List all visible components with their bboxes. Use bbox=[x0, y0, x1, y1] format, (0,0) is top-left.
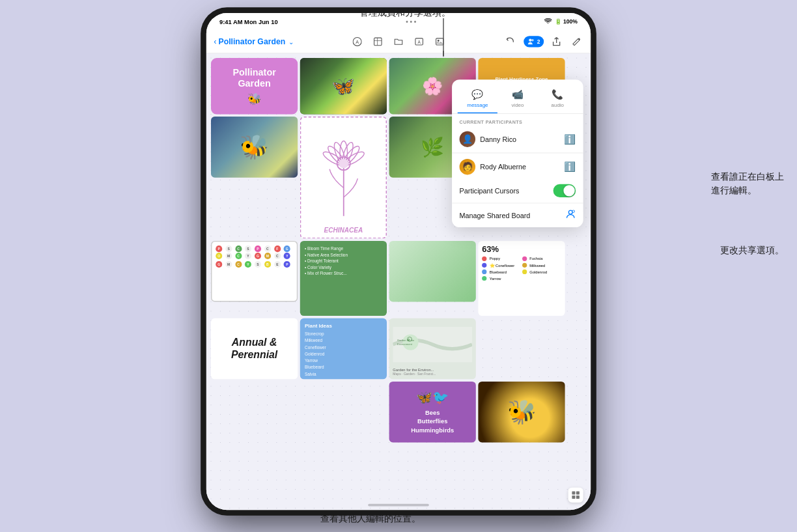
alphabet-card: P S C S P C F G O M C Y G M C bbox=[211, 241, 298, 302]
annual-perennial-card: Annual & Perennial bbox=[211, 318, 298, 380]
toolbar-right-actions: 2 bbox=[460, 35, 583, 49]
screenshot-wrapper: 9:41 AM Mon Jun 10 • • • 🔋 100% ‹ Pollin… bbox=[0, 0, 797, 532]
avatar-danny: 👤 bbox=[460, 131, 475, 147]
manage-share-icon bbox=[565, 209, 576, 221]
svg-rect-32 bbox=[576, 491, 580, 494]
text-tool-icon[interactable]: A bbox=[413, 35, 426, 48]
svg-text:A: A bbox=[418, 39, 421, 44]
participants-section-label: CURRENT PARTICIPANTS bbox=[452, 114, 583, 128]
status-bar: 9:41 AM Mon Jun 10 • • • 🔋 100% bbox=[206, 13, 591, 30]
image-tool-icon[interactable] bbox=[433, 35, 446, 48]
svg-rect-2 bbox=[374, 38, 382, 46]
svg-rect-7 bbox=[436, 38, 444, 45]
svg-rect-33 bbox=[572, 496, 575, 499]
popup-panel: 💬 message 📹 video 📞 audio CURRENT PARTIC… bbox=[452, 79, 583, 227]
share-icon[interactable] bbox=[550, 35, 564, 49]
pollinator-title-text: Pollinator Garden bbox=[219, 66, 290, 89]
tab-video[interactable]: 📹 video bbox=[497, 85, 537, 113]
status-time: 9:41 AM Mon Jun 10 bbox=[219, 18, 278, 25]
echinacea-sketch-card: ECHINACEA bbox=[300, 117, 387, 238]
dots-icon: • • • bbox=[406, 18, 416, 25]
back-chevron-icon: ‹ bbox=[214, 36, 216, 46]
undo-icon[interactable] bbox=[504, 35, 518, 49]
table-tool-icon[interactable] bbox=[371, 35, 384, 48]
participant-cursors-row: Participant Cursors bbox=[452, 178, 583, 203]
panel-tabs: 💬 message 📹 video 📞 audio bbox=[452, 79, 583, 114]
audio-tab-icon: 📞 bbox=[552, 89, 563, 100]
folder-tool-icon[interactable] bbox=[392, 35, 405, 48]
danny-info-icon[interactable]: ℹ️ bbox=[564, 133, 576, 145]
legend-card: 63% Poppy Fuchsia ⭐Coneflower Milkweed B… bbox=[478, 241, 565, 316]
annotation-right-top: 查看誰正在白板上 進行編輯。 bbox=[711, 156, 784, 197]
echinacea-label: ECHINACEA bbox=[324, 227, 363, 234]
toolbar: ‹ Pollinator Garden ⌄ A A bbox=[206, 30, 591, 53]
butterflies-card: 🦋🐦 Bees Butterflies Hummingbirds bbox=[389, 382, 476, 443]
message-tab-label: message bbox=[467, 102, 488, 108]
participant-danny-row: 👤 Danny Rico ℹ️ bbox=[452, 128, 583, 151]
participant-rody-name: Rody Albuerne bbox=[480, 163, 559, 171]
garden-green-card bbox=[389, 241, 476, 302]
divider-1 bbox=[452, 153, 583, 154]
edit-pencil-icon[interactable] bbox=[569, 35, 583, 49]
toggle-label: Participant Cursors bbox=[460, 187, 553, 195]
svg-text:Environment: Environment bbox=[397, 343, 413, 346]
collab-count: 2 bbox=[537, 38, 540, 45]
plant-ideas-list: StonecropMilkweedConeflowerGoldenrodYarr… bbox=[305, 330, 382, 378]
toolbar-tools: A A bbox=[337, 35, 460, 48]
butterflies-text: Bees Butterflies Hummingbirds bbox=[411, 409, 454, 434]
svg-rect-31 bbox=[572, 491, 575, 494]
video-tab-label: video bbox=[511, 102, 524, 108]
edit-tool-icon[interactable]: A bbox=[351, 35, 364, 48]
manage-shared-board-row[interactable]: Manage Shared Board bbox=[452, 203, 583, 227]
svg-point-22 bbox=[402, 334, 418, 350]
bloom-card: • Bloom Time Range • Native Area Selecti… bbox=[300, 241, 387, 316]
bee-emoji-icon: 🐝 bbox=[247, 92, 262, 105]
butterfly-photo-card: 🦋 bbox=[300, 58, 387, 114]
svg-point-20 bbox=[339, 159, 348, 168]
svg-point-27 bbox=[568, 210, 572, 214]
svg-rect-34 bbox=[576, 496, 580, 499]
back-button[interactable]: ‹ Pollinator Garden ⌄ bbox=[214, 36, 294, 46]
bloom-list: • Bloom Time Range • Native Area Selecti… bbox=[305, 245, 382, 277]
video-tab-icon: 📹 bbox=[512, 89, 524, 100]
svg-text:Garden for the: Garden for the bbox=[397, 339, 415, 342]
tab-message[interactable]: 💬 message bbox=[458, 85, 497, 113]
dropdown-chevron-icon: ⌄ bbox=[288, 38, 294, 46]
message-tab-icon: 💬 bbox=[471, 89, 483, 100]
participant-danny-name: Danny Rico bbox=[480, 135, 559, 143]
home-indicator bbox=[368, 504, 429, 507]
wifi-icon bbox=[544, 18, 552, 25]
map-sublabel: Maps · Garden · San Franci... bbox=[393, 372, 472, 376]
annotation-right-bottom: 更改共享選項。 bbox=[720, 244, 784, 257]
percent-text: 63% bbox=[482, 245, 561, 255]
canvas-area[interactable]: Pollinator Garden 🐝 🦋 🌸 Plant Hardiness … bbox=[206, 53, 591, 510]
plant-ideas-title: Plant Ideas bbox=[305, 323, 382, 329]
participant-rody-row: 🧑 Rody Albuerne ℹ️ bbox=[452, 155, 583, 178]
audio-tab-label: audio bbox=[552, 102, 564, 108]
toggle-knob bbox=[563, 185, 574, 196]
ipad-device: 9:41 AM Mon Jun 10 • • • 🔋 100% ‹ Pollin… bbox=[206, 13, 591, 510]
svg-point-9 bbox=[529, 38, 531, 41]
plant-ideas-card: Plant Ideas StonecropMilkweedConeflowerG… bbox=[300, 318, 387, 380]
status-right: 🔋 100% bbox=[544, 18, 578, 25]
annual-text: Annual & Perennial bbox=[217, 337, 292, 361]
toolbar-title: Pollinator Garden bbox=[219, 36, 286, 46]
tab-audio[interactable]: 📞 audio bbox=[538, 85, 578, 113]
battery-icon: 🔋 100% bbox=[555, 18, 578, 25]
grid-view-button[interactable] bbox=[568, 488, 583, 503]
svg-text:A: A bbox=[356, 38, 359, 44]
manage-shared-board-label: Manage Shared Board bbox=[460, 212, 561, 219]
annotation-bottom: 查看其他人編輯的位置。 bbox=[320, 512, 421, 525]
bumblebee-photo-card: 🐝 bbox=[478, 382, 565, 443]
participant-cursors-toggle[interactable] bbox=[553, 184, 576, 197]
svg-point-10 bbox=[531, 39, 534, 42]
bee-photo-card: 🐝 bbox=[211, 117, 298, 178]
collaborators-button[interactable]: 2 bbox=[524, 36, 544, 47]
garden-for-environment-card: Garden for the Environment ✿ Garden for … bbox=[389, 318, 476, 380]
rody-info-icon[interactable]: ℹ️ bbox=[564, 161, 576, 173]
svg-point-8 bbox=[438, 40, 440, 42]
pollinator-title-card: Pollinator Garden 🐝 bbox=[211, 58, 298, 114]
avatar-rody: 🧑 bbox=[460, 159, 475, 175]
